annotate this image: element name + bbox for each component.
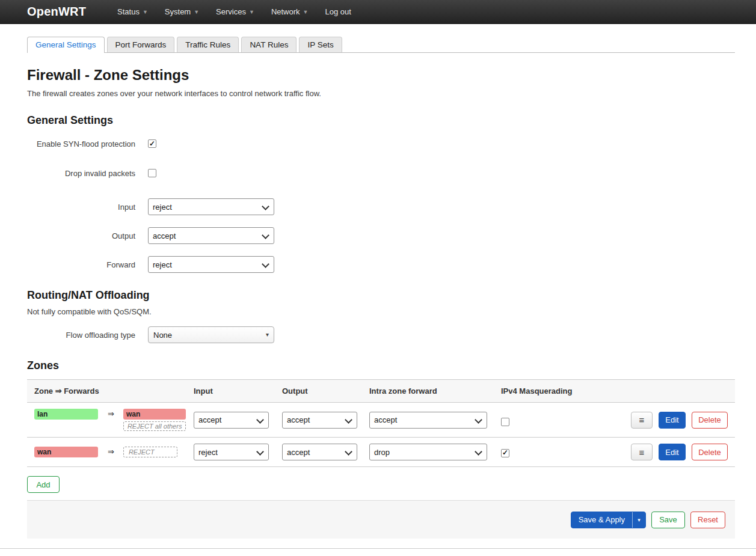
edit-button[interactable]: Edit [659,444,686,460]
zones-table-header: Zone ⇒ Forwards Input Output Intra zone … [27,380,735,403]
tab-ip-sets[interactable]: IP Sets [299,37,342,52]
general-settings-heading: General Settings [27,114,735,127]
drop-invalid-checkbox[interactable] [148,169,156,177]
delete-button[interactable]: Delete [692,444,728,460]
input-policy-row: Input reject [27,198,735,215]
tab-general-settings[interactable]: General Settings [27,37,105,53]
reset-button[interactable]: Reset [690,512,725,528]
zone-output-select[interactable]: accept [282,444,357,460]
tab-port-forwards[interactable]: Port Forwards [107,37,175,52]
add-zone-button[interactable]: Add [27,476,60,493]
delete-button[interactable]: Delete [692,412,728,429]
table-row: wan ⇒ REJECT reject accept drop ✓ ≡ Edit… [27,438,735,467]
tab-bar: General Settings Port Forwards Traffic R… [27,37,735,53]
input-policy-select[interactable]: reject [148,198,274,215]
tab-nat-rules[interactable]: NAT Rules [241,37,297,52]
nav-item-network[interactable]: Network ▼ [263,0,317,24]
nav-item-system[interactable]: System ▼ [156,0,207,24]
hamburger-icon: ≡ [639,447,645,457]
zone-output-select[interactable]: accept [282,412,357,429]
top-navbar: OpenWRT Status ▼ System ▼ Services ▼ Net… [0,0,756,24]
row-menu-button[interactable]: ≡ [631,444,653,460]
nav-menu: Status ▼ System ▼ Services ▼ Network ▼ L… [109,0,360,24]
caret-down-icon: ▼ [303,9,309,15]
zone-badge-lan: lan [34,409,98,420]
table-row: lan ⇒ wan REJECT all others accept accep… [27,403,735,438]
col-zone-forwards: Zone ⇒ Forwards [34,386,194,396]
forward-arrow-icon: ⇒ [108,409,114,418]
forward-policy-select[interactable]: reject [148,256,274,273]
flow-offloading-row: Flow offloading type None ▾ [27,326,735,343]
brand-logo: OpenWRT [27,5,86,19]
flow-offloading-dropdown[interactable]: None ▾ [148,326,274,343]
zone-badge-wan: wan [123,409,186,420]
caret-down-icon: ▼ [249,9,254,15]
output-policy-select[interactable]: accept [148,227,274,244]
footer: Powered by LuCI openwrt-25.12 branch (26… [0,549,756,556]
hamburger-icon: ≡ [639,415,645,425]
forward-policy-label: Forward [27,260,135,269]
row-menu-button[interactable]: ≡ [631,412,653,429]
offloading-heading: Routing/NAT Offloading [27,289,735,302]
masquerading-checkbox[interactable]: ✓ [501,449,509,457]
zone-intra-forward-select[interactable]: drop [369,444,487,460]
col-intra-zone-forward: Intra zone forward [369,386,501,396]
reject-others-note: REJECT all others [123,421,186,431]
page-title: Firewall - Zone Settings [27,67,735,84]
col-ipv4-masquerading: IPv4 Masquerading [501,386,609,396]
caret-down-icon[interactable]: ▾ [632,512,645,528]
col-input: Input [194,386,282,396]
output-policy-row: Output accept [27,227,735,244]
syn-flood-row: Enable SYN-flood protection ✓ [27,139,735,148]
syn-flood-checkbox[interactable]: ✓ [148,139,156,148]
drop-invalid-row: Drop invalid packets [27,169,735,178]
caret-down-icon: ▼ [194,9,199,15]
zones-table: Zone ⇒ Forwards Input Output Intra zone … [27,379,735,467]
col-output: Output [282,386,369,396]
save-button[interactable]: Save [651,512,685,528]
nav-item-services[interactable]: Services ▼ [207,0,263,24]
zone-input-select[interactable]: accept [194,412,269,429]
tab-traffic-rules[interactable]: Traffic Rules [177,37,239,52]
save-apply-button[interactable]: Save & Apply ▾ [571,512,646,528]
reject-note: REJECT [123,447,177,457]
nav-item-logout[interactable]: Log out [317,0,360,24]
masquerading-checkbox[interactable] [501,418,509,426]
zone-intra-forward-select[interactable]: accept [369,412,487,429]
zones-heading: Zones [27,359,735,372]
flow-offloading-label: Flow offloading type [27,331,135,340]
page-description: The firewall creates zones over your net… [27,89,735,98]
zone-input-select[interactable]: reject [194,444,269,460]
action-bar: Save & Apply ▾ Save Reset [27,500,735,539]
input-policy-label: Input [27,203,135,212]
caret-down-icon: ▾ [266,331,269,338]
edit-button[interactable]: Edit [659,412,686,429]
output-policy-label: Output [27,231,135,240]
zone-badge-wan: wan [34,447,98,457]
caret-down-icon: ▼ [143,9,148,15]
nav-item-status[interactable]: Status ▼ [109,0,156,24]
syn-flood-label: Enable SYN-flood protection [27,139,135,148]
offloading-description: Not fully compatible with QoS/SQM. [27,307,735,316]
drop-invalid-label: Drop invalid packets [27,169,135,178]
forward-policy-row: Forward reject [27,256,735,273]
forward-arrow-icon: ⇒ [108,447,114,456]
